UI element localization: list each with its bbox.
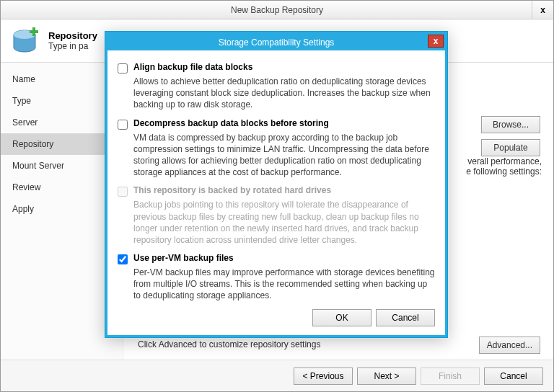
- dialog-close-icon[interactable]: x: [428, 35, 444, 48]
- advanced-button[interactable]: Advanced...: [479, 337, 540, 354]
- previous-button[interactable]: < Previous: [294, 368, 353, 385]
- dialog-title: Storage Compatibility Settings x: [105, 32, 447, 50]
- opt-align-blocks-label: Align backup file data blocks: [133, 62, 252, 72]
- svg-rect-3: [30, 30, 38, 33]
- cancel-button[interactable]: Cancel: [484, 368, 543, 385]
- populate-button[interactable]: Populate: [481, 139, 540, 156]
- opt-rotated-drives-label: This repository is backed by rotated har…: [133, 185, 331, 195]
- opt-decompress-desc: VM data is compressed by backup proxy ac…: [133, 132, 435, 179]
- opt-rotated-drives-desc: Backup jobs pointing to this repository …: [133, 199, 435, 246]
- checkbox-decompress[interactable]: [118, 120, 128, 130]
- next-button[interactable]: Next >: [357, 368, 416, 385]
- opt-per-vm-label: Use per-VM backup files: [133, 253, 234, 263]
- checkbox-align-blocks[interactable]: [118, 63, 128, 74]
- opt-decompress-label: Decompress backup data blocks before sto…: [133, 118, 329, 128]
- browse-button[interactable]: Browse...: [481, 116, 540, 133]
- dialog-cancel-button[interactable]: Cancel: [376, 309, 435, 326]
- close-icon[interactable]: x: [532, 1, 553, 19]
- checkbox-rotated-drives: [118, 187, 128, 197]
- opt-per-vm-desc: Per-VM backup files may improve performa…: [133, 267, 435, 302]
- wizard-window: New Backup Repository x Repository Type …: [0, 0, 554, 392]
- window-title: New Backup Repository: [231, 5, 323, 15]
- checkbox-per-vm[interactable]: [118, 254, 128, 264]
- opt-rotated-drives: This repository is backed by rotated har…: [118, 185, 435, 197]
- page-subtitle: Type in pa: [48, 41, 97, 51]
- repository-icon: [9, 26, 40, 56]
- advanced-hint: Click Advanced to customize repository s…: [138, 339, 467, 349]
- opt-align-blocks-desc: Allows to achieve better deduplication r…: [133, 76, 435, 111]
- wizard-footer: < Previous Next > Finish Cancel: [1, 360, 553, 391]
- ok-button[interactable]: OK: [312, 309, 371, 326]
- finish-button: Finish: [421, 368, 480, 385]
- titlebar: New Backup Repository x: [1, 1, 553, 19]
- page-title: Repository: [48, 30, 97, 41]
- opt-decompress[interactable]: Decompress backup data blocks before sto…: [118, 118, 435, 130]
- opt-per-vm[interactable]: Use per-VM backup files: [118, 253, 435, 264]
- opt-align-blocks[interactable]: Align backup file data blocks: [118, 62, 435, 74]
- storage-compat-dialog: Storage Compatibility Settings x Align b…: [105, 31, 448, 338]
